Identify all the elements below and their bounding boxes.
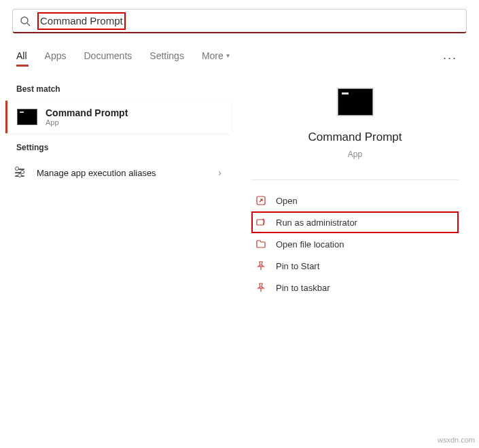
results-panel: Best match Command Prompt App Settings M… bbox=[0, 75, 231, 298]
preview-subtitle: App bbox=[348, 150, 362, 159]
svg-line-1 bbox=[27, 23, 30, 26]
svg-rect-3 bbox=[257, 220, 264, 225]
preview-title: Command Prompt bbox=[308, 131, 402, 144]
tab-apps[interactable]: Apps bbox=[45, 50, 67, 67]
action-pin-start-label: Pin to Start bbox=[276, 261, 319, 271]
action-pin-to-start[interactable]: Pin to Start bbox=[251, 255, 459, 277]
action-pin-to-taskbar[interactable]: Pin to taskbar bbox=[251, 277, 459, 298]
best-match-label: Best match bbox=[16, 84, 231, 94]
watermark: wsxdn.com bbox=[438, 436, 475, 444]
shield-icon bbox=[255, 217, 266, 228]
tab-documents[interactable]: Documents bbox=[84, 50, 132, 67]
search-input[interactable]: Command Prompt bbox=[40, 15, 123, 27]
pin-icon bbox=[255, 260, 266, 271]
search-input-highlight: Command Prompt bbox=[37, 12, 126, 30]
settings-result-title: Manage app execution aliases bbox=[37, 168, 156, 178]
action-run-as-administrator[interactable]: Run as administrator bbox=[251, 211, 459, 233]
open-icon bbox=[255, 195, 266, 206]
action-run-admin-label: Run as administrator bbox=[276, 218, 357, 228]
tab-all[interactable]: All bbox=[16, 50, 27, 67]
action-open-label: Open bbox=[276, 196, 298, 206]
svg-point-0 bbox=[21, 17, 28, 24]
search-icon bbox=[20, 16, 31, 27]
more-options-button[interactable]: ··· bbox=[438, 48, 463, 68]
sliders-icon bbox=[15, 166, 29, 179]
result-subtitle: App bbox=[46, 118, 128, 126]
search-bar[interactable]: Command Prompt bbox=[12, 9, 467, 33]
result-manage-app-execution-aliases[interactable]: Manage app execution aliases › bbox=[5, 159, 231, 186]
filter-tabs: All Apps Documents Settings More ▾ ··· bbox=[16, 48, 463, 68]
chevron-right-icon: › bbox=[218, 167, 221, 178]
tab-more[interactable]: More ▾ bbox=[202, 50, 230, 67]
tab-settings[interactable]: Settings bbox=[149, 50, 184, 67]
action-open-file-location[interactable]: Open file location bbox=[251, 233, 459, 255]
action-open-location-label: Open file location bbox=[276, 239, 344, 249]
preview-panel: Command Prompt App Open Run as administr… bbox=[231, 75, 479, 298]
actions-list: Open Run as administrator Open file loca… bbox=[251, 179, 459, 298]
action-open[interactable]: Open bbox=[251, 190, 459, 211]
chevron-down-icon: ▾ bbox=[226, 52, 230, 59]
command-prompt-icon bbox=[17, 109, 37, 125]
folder-icon bbox=[255, 239, 266, 249]
settings-section-label: Settings bbox=[16, 143, 231, 152]
result-command-prompt[interactable]: Command Prompt App bbox=[5, 101, 231, 133]
result-title: Command Prompt bbox=[46, 107, 128, 118]
action-pin-taskbar-label: Pin to taskbar bbox=[276, 283, 330, 293]
pin-icon bbox=[255, 282, 266, 293]
command-prompt-preview-icon bbox=[338, 88, 373, 116]
tab-more-label: More bbox=[202, 50, 224, 61]
